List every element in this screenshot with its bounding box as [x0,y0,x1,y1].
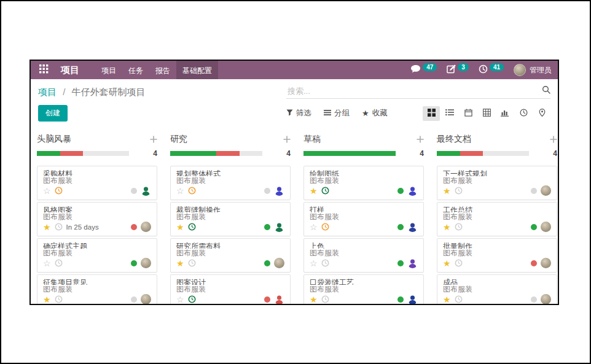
nav-menu-item-3[interactable]: 基础配置 [176,61,218,79]
assignee-avatar[interactable] [407,185,418,196]
assignee-avatar[interactable] [141,294,151,304]
kanban-card[interactable]: 绘制图纸 图布服装 ★ [303,166,424,200]
activity-clock-icon[interactable] [188,223,196,231]
view-graph-button[interactable] [496,106,514,121]
search-icon[interactable] [542,85,550,96]
activity-clock-icon[interactable] [321,223,329,231]
activity-clock-icon[interactable] [321,259,329,267]
kanban-card[interactable]: 下一样式规划 图布服装 ★ [437,166,557,200]
user-menu[interactable]: 管理员 [514,64,552,76]
assignee-avatar[interactable] [541,294,551,304]
kanban-card[interactable]: 征集项目意见 图布服装 ★ [37,274,157,304]
kanban-state-dot[interactable] [131,260,137,266]
view-activity-button[interactable] [515,106,532,121]
column-progress-bar[interactable] [37,151,129,156]
kanban-card[interactable]: 采购材料 图布服装 ☆ [37,166,157,200]
view-pivot-button[interactable] [478,106,495,121]
kanban-state-dot[interactable] [531,188,537,194]
assignee-avatar[interactable] [407,222,418,232]
kanban-state-dot[interactable] [131,224,137,230]
progress-segment-green[interactable] [437,151,460,156]
activity-clock-icon[interactable] [55,223,63,231]
priority-star-icon[interactable]: ★ [43,295,51,304]
kanban-state-dot[interactable] [531,296,537,303]
assignee-avatar[interactable] [274,258,284,268]
priority-star-icon[interactable]: ★ [176,223,184,231]
progress-segment-red[interactable] [460,151,483,156]
filter-button[interactable]: 筛选 [286,108,311,118]
activity-clock-icon[interactable] [55,295,63,303]
kanban-card[interactable]: 口袋装缝工艺 图布服装 ★ [303,274,424,304]
progress-segment-green[interactable] [303,151,396,156]
add-card-plus-icon[interactable] [150,136,157,143]
assignee-avatar[interactable] [141,258,151,268]
favorites-button[interactable]: ★ 收藏 [362,108,388,118]
kanban-card[interactable]: 裁剪缝制操作 图布服装 ★ [170,202,291,236]
view-calendar-button[interactable] [460,106,477,121]
kanban-state-dot[interactable] [131,188,137,194]
search-input[interactable] [286,86,542,96]
kanban-card[interactable]: 成品 图布服装 ★ [437,274,557,304]
assignee-avatar[interactable] [274,294,284,304]
activity-clock-icon[interactable] [188,259,196,267]
activity-clock-icon[interactable] [455,223,463,231]
priority-star-icon[interactable]: ☆ [43,187,51,195]
activities-button[interactable]: 41 [479,64,504,76]
priority-star-icon[interactable]: ☆ [310,223,318,231]
kanban-state-dot[interactable] [397,260,404,266]
column-progress-bar[interactable] [303,151,396,156]
assignee-avatar[interactable] [541,185,551,196]
progress-segment-red[interactable] [60,151,84,156]
activity-clock-icon[interactable] [455,259,463,267]
kanban-card[interactable]: 风格图案 图布服装 ★ In 25 days [37,202,157,236]
kanban-state-dot[interactable] [264,260,270,266]
kanban-card[interactable]: 上色 图布服装 ☆ [303,238,424,273]
priority-star-icon[interactable]: ★ [443,259,451,268]
add-card-plus-icon[interactable] [283,136,291,143]
add-card-plus-icon[interactable] [417,136,424,143]
column-progress-bar[interactable] [437,151,529,156]
activity-clock-icon[interactable] [55,187,63,195]
app-title[interactable]: 项目 [61,64,79,76]
kanban-card[interactable]: 规划整体样式 图布服装 ☆ [170,166,291,200]
kanban-state-dot[interactable] [131,296,137,303]
view-list-button[interactable] [441,106,458,121]
activity-clock-icon[interactable] [55,259,63,267]
activity-clock-icon[interactable] [455,187,463,195]
kanban-state-dot[interactable] [531,260,537,266]
priority-star-icon[interactable]: ☆ [176,295,184,304]
kanban-state-dot[interactable] [397,224,404,230]
progress-segment-red[interactable] [216,151,240,156]
activity-clock-icon[interactable] [321,295,329,303]
assignee-avatar[interactable] [274,222,284,232]
priority-star-icon[interactable]: ★ [176,259,184,268]
activity-clock-icon[interactable] [188,187,196,195]
column-progress-bar[interactable] [170,151,262,156]
apps-menu-button[interactable] [37,63,51,77]
nav-menu-item-0[interactable]: 项目 [95,61,122,79]
kanban-state-dot[interactable] [264,296,270,303]
nav-menu-item-2[interactable]: 报告 [149,61,176,79]
assignee-avatar[interactable] [274,185,284,196]
notes-button[interactable]: 3 [447,64,469,76]
activity-clock-icon[interactable] [188,295,196,303]
breadcrumb-projects-link[interactable]: 项目 [38,87,57,97]
priority-star-icon[interactable]: ★ [443,223,451,231]
priority-star-icon[interactable]: ☆ [176,187,184,195]
activity-clock-icon[interactable] [455,295,463,303]
group-by-button[interactable]: 分组 [324,108,350,118]
priority-star-icon[interactable]: ★ [43,223,51,231]
priority-star-icon[interactable]: ★ [310,295,318,304]
assignee-avatar[interactable] [141,185,151,196]
kanban-card[interactable]: 打样 图布服装 ☆ [303,202,424,236]
nav-menu-item-1[interactable]: 任务 [122,61,149,79]
kanban-card[interactable]: 批量制作 图布服装 ★ [437,238,557,273]
priority-star-icon[interactable]: ★ [443,295,451,304]
kanban-card[interactable]: 确定样式主题 图布服装 ☆ [37,238,157,273]
progress-segment-green[interactable] [37,151,60,156]
progress-segment-green[interactable] [170,151,216,156]
kanban-state-dot[interactable] [397,188,404,194]
assignee-avatar[interactable] [541,222,551,232]
kanban-state-dot[interactable] [531,224,537,230]
kanban-card[interactable]: 研究所需布料 图布服装 ★ [170,238,291,273]
